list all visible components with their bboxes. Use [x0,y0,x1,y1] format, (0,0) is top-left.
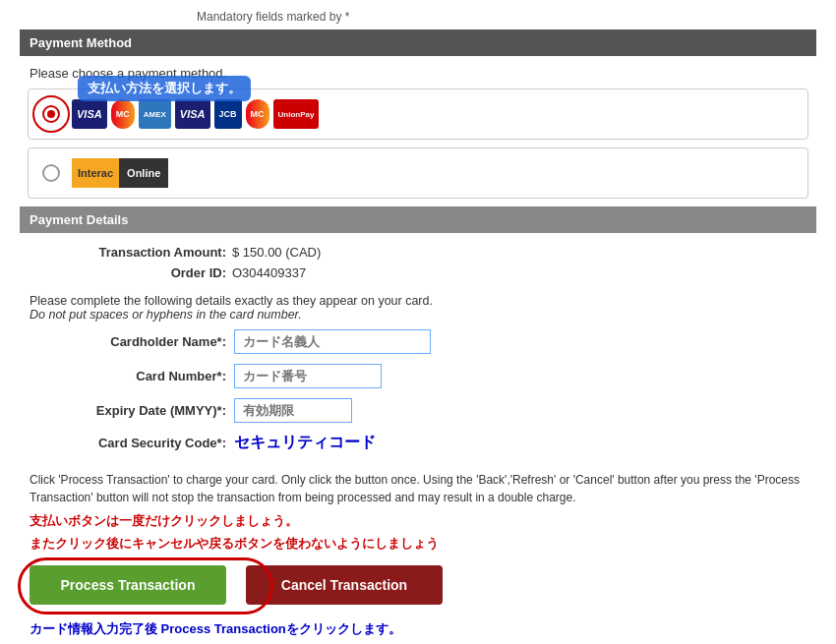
payment-option-credit-card[interactable]: 支払い方法を選択します。 VISA MC AMEX VISA JCB MC Un… [28,88,808,140]
transaction-amount-value: $ 150.00 (CAD) [232,245,321,260]
expiry-label: Expiry Date (MMYY)*: [30,403,226,418]
mc2-logo: MC [246,99,269,129]
amex-logo: AMEX [139,99,171,129]
interac-logo: Interac Online [72,158,168,188]
payment-method-header: Payment Method [20,29,816,56]
radio-interac[interactable] [42,164,60,182]
annotation-line2: またクリック後にキャンセルや戻るボタンを使わないようにしましょう [20,533,816,556]
instructions: Please complete the following details ex… [20,286,816,329]
mandatory-note: Mandatory fields marked by * [20,10,816,24]
order-id-row: Order ID: O304409337 [20,265,816,280]
card-logos: VISA MC AMEX VISA JCB MC UnionPay [72,99,319,129]
expiry-row: Expiry Date (MMYY)*: [20,398,816,423]
payment-option-interac[interactable]: Interac Online [28,147,808,199]
unionpay-logo: UnionPay [273,99,320,129]
annotation-line1: 支払いボタンは一度だけクリックしましょう。 [20,510,816,533]
cardholder-input[interactable] [234,329,431,354]
footer-annotation: カード情報入力完了後 Process Transactionをクリックします。 [20,615,816,644]
process-transaction-button[interactable]: Process Transaction [30,565,226,605]
cardholder-label: Cardholder Name*: [30,334,226,349]
mastercard-logo: MC [111,99,135,129]
instructions-line2: Do not put spaces or hyphens in the card… [30,308,302,322]
card-number-label: Card Number*: [30,369,226,383]
cardholder-row: Cardholder Name*: [20,329,816,354]
order-id-label: Order ID: [30,265,226,280]
online-text: Online [119,158,168,188]
visa-logo: VISA [72,99,107,129]
expiry-input[interactable] [234,398,352,423]
transaction-amount-label: Transaction Amount: [30,245,226,260]
security-row: Card Security Code*: セキュリティコード [20,433,816,453]
card-number-input[interactable] [234,364,382,388]
card-number-row: Card Number*: [20,364,816,388]
jcb-logo: JCB [214,99,242,129]
interac-text: Interac [72,158,119,188]
process-button-wrapper: Process Transaction [30,565,226,605]
choose-payment-text: Please choose a payment method. [20,66,816,81]
instructions-line1: Please complete the following details ex… [30,294,433,308]
transaction-amount-row: Transaction Amount: $ 150.00 (CAD) [20,245,816,260]
security-label: Card Security Code*: [30,436,226,450]
radio-circle-selected[interactable] [42,105,60,123]
order-id-value: O304409337 [232,265,306,280]
warning-text: Click 'Process Transaction' to charge yo… [20,463,816,510]
buttons-row: Process Transaction Cancel Transaction [20,556,816,615]
visa2-logo: VISA [175,99,210,129]
cancel-transaction-button[interactable]: Cancel Transaction [246,565,443,605]
security-annotation: セキュリティコード [234,433,376,453]
radio-credit-card[interactable] [42,105,60,123]
payment-details-header: Payment Details [20,206,816,233]
